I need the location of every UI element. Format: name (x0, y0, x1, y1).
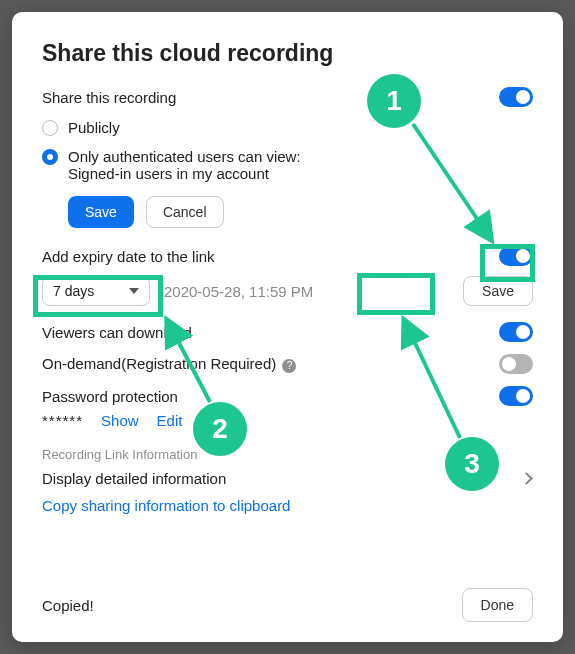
expiry-controls: 7 days 2020-05-28, 11:59 PM Save (42, 276, 533, 306)
share-visibility-group: Publicly Only authenticated users can vi… (42, 117, 533, 182)
password-show-link[interactable]: Show (101, 412, 139, 429)
share-recording-modal: Share this cloud recording Share this re… (12, 12, 563, 642)
expiry-timestamp: 2020-05-28, 11:59 PM (164, 283, 449, 300)
modal-title: Share this cloud recording (42, 40, 533, 67)
display-detailed-row[interactable]: Display detailed information (42, 470, 533, 487)
recording-link-info-heading: Recording Link Information (42, 447, 533, 462)
done-button[interactable]: Done (462, 588, 533, 622)
ondemand-row: On-demand(Registration Required) ? (42, 354, 533, 374)
radio-auth-label-2: Signed-in users in my account (68, 165, 533, 182)
copy-clipboard-link[interactable]: Copy sharing information to clipboard (42, 497, 533, 514)
password-mask: ****** (42, 412, 83, 429)
expiry-toggle[interactable] (499, 246, 533, 266)
download-row: Viewers can download (42, 322, 533, 342)
expiry-select-value: 7 days (53, 283, 94, 299)
download-label: Viewers can download (42, 324, 192, 341)
radio-auth-label-1: Only authenticated users can view: (68, 146, 301, 167)
cancel-button[interactable]: Cancel (146, 196, 224, 228)
radio-public-label: Publicly (68, 117, 120, 138)
ondemand-toggle[interactable] (499, 354, 533, 374)
display-detailed-label: Display detailed information (42, 470, 226, 487)
expiry-select[interactable]: 7 days (42, 276, 150, 306)
radio-authenticated-row[interactable]: Only authenticated users can view: (42, 146, 533, 167)
password-label: Password protection (42, 388, 178, 405)
password-edit-link[interactable]: Edit (157, 412, 183, 429)
radio-authenticated[interactable] (42, 149, 58, 165)
expiry-save-button[interactable]: Save (463, 276, 533, 306)
modal-footer: Copied! Done (42, 588, 533, 622)
ondemand-label: On-demand(Registration Required) (42, 355, 276, 372)
share-recording-row: Share this recording (42, 87, 533, 107)
share-visibility-buttons: Save Cancel (68, 196, 533, 228)
radio-public[interactable] (42, 120, 58, 136)
help-icon[interactable]: ? (282, 359, 296, 373)
copied-text: Copied! (42, 597, 94, 614)
password-toggle[interactable] (499, 386, 533, 406)
share-recording-toggle[interactable] (499, 87, 533, 107)
download-toggle[interactable] (499, 322, 533, 342)
radio-public-row[interactable]: Publicly (42, 117, 533, 138)
expiry-row: Add expiry date to the link (42, 246, 533, 266)
share-heading: Share this recording (42, 89, 176, 106)
ondemand-label-wrap: On-demand(Registration Required) ? (42, 355, 296, 373)
expiry-label: Add expiry date to the link (42, 248, 215, 265)
chevron-right-icon (520, 472, 533, 485)
chevron-down-icon (129, 288, 139, 294)
save-button[interactable]: Save (68, 196, 134, 228)
password-controls: ****** Show Edit (42, 412, 533, 429)
password-row: Password protection (42, 386, 533, 406)
